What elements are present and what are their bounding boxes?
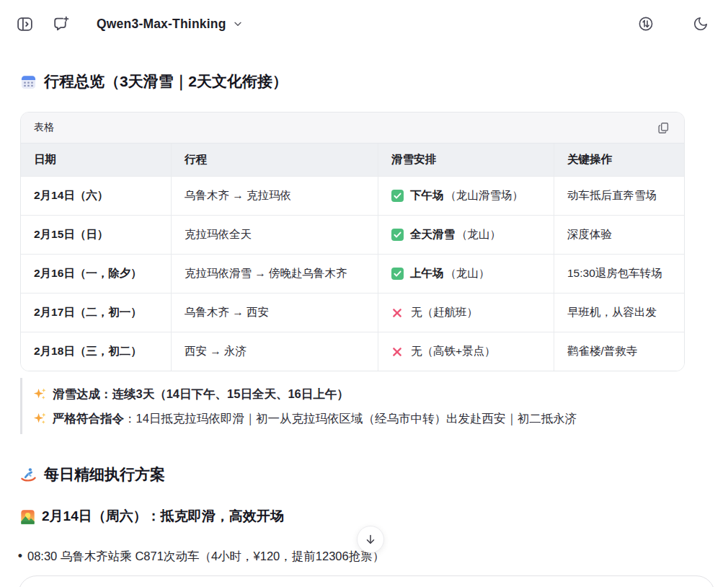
cell-action: 鹳雀楼/普救寺 <box>554 332 684 371</box>
cell-date: 2月16日（一，除夕） <box>21 255 171 293</box>
snowboarder-icon <box>20 467 37 483</box>
ski-session-label: 下午场 <box>410 188 444 203</box>
top-bar: Qwen3-Max-Thinking <box>0 0 728 48</box>
cell-date: 2月17日（二，初一） <box>21 294 171 332</box>
cell-plan: 乌鲁木齐 → 西安 <box>171 294 378 332</box>
chevron-down-icon <box>232 18 244 30</box>
daily-section-title-text: 每日精细执行方案 <box>44 464 165 485</box>
bullet-text: 08:30 乌鲁木齐站乘 C871次动车（4小时，¥120，提前12306抢票） <box>27 547 384 565</box>
note-line: 滑雪达成：连续3天（14日下午、15日全天、16日上午） <box>33 381 706 406</box>
day1-title-text: 2月14日（周六）：抵克即滑，高效开场 <box>42 507 284 526</box>
cross-icon <box>391 307 403 319</box>
cell-action: 深度体验 <box>554 216 684 254</box>
note-rest-text: ：14日抵克拉玛依即滑｜初一从克拉玛依区域（经乌市中转）出发赴西安｜初二抵永济 <box>124 412 577 425</box>
col-header-ski: 滑雪安排 <box>378 144 554 176</box>
ski-session-label: 全天滑雪 <box>410 227 455 242</box>
ski-session-label: 上午场 <box>410 266 444 281</box>
cell-ski: 上午场 （龙山） <box>378 255 554 293</box>
new-chat-icon <box>52 15 70 33</box>
ski-detail: （龙山） <box>445 266 490 281</box>
chat-input[interactable] <box>18 575 715 587</box>
calendar-icon <box>20 74 37 90</box>
cell-action: 动车抵后直奔雪场 <box>554 177 684 215</box>
cell-action: 15:30退房包车转场 <box>554 255 684 293</box>
copy-icon <box>657 121 670 135</box>
new-chat-button[interactable] <box>50 14 71 34</box>
check-icon <box>391 190 404 202</box>
cell-plan: 西安 → 永济 <box>171 332 378 371</box>
day1-title: 2月14日（周六）：抵克即滑，高效开场 <box>20 507 284 526</box>
daily-section-title: 每日精细执行方案 <box>20 464 165 485</box>
overview-title: 行程总览（3天滑雪｜2天文化衔接） <box>20 71 288 92</box>
model-name: Qwen3-Max-Thinking <box>97 17 226 32</box>
sort-messages-button[interactable] <box>636 14 656 34</box>
sparkles-icon <box>33 412 47 425</box>
scroll-to-bottom-button[interactable] <box>357 526 384 553</box>
ski-detail: （龙山滑雪场） <box>445 188 524 203</box>
cell-date: 2月15日（日） <box>21 216 171 254</box>
table-row: 2月16日（一，除夕） 克拉玛依滑雪 → 傍晚赴乌鲁木齐 上午场 （龙山） 15… <box>21 254 684 293</box>
dark-mode-toggle[interactable] <box>691 14 711 34</box>
overview-title-text: 行程总览（3天滑雪｜2天文化衔接） <box>44 71 288 92</box>
arrow-down-icon <box>364 533 377 546</box>
bullet-dot: • <box>13 547 27 565</box>
col-header-action: 关键操作 <box>554 144 684 176</box>
cell-ski: 无（赶航班） <box>378 294 554 332</box>
table-row: 2月15日（日） 克拉玛依全天 全天滑雪 （龙山） 深度体验 <box>21 215 684 254</box>
cell-ski: 下午场 （龙山滑雪场） <box>378 177 554 215</box>
table-toolbar: 表格 <box>21 112 684 143</box>
table-body: 2月14日（六） 乌鲁木齐 → 克拉玛依 下午场 （龙山滑雪场） 动车抵后直奔雪… <box>21 176 684 371</box>
cell-plan: 乌鲁木齐 → 克拉玛依 <box>171 177 378 215</box>
note-bold-text: 滑雪达成：连续3天（14日下午、15日全天、16日上午） <box>53 387 349 400</box>
ski-detail: （龙山） <box>456 227 501 242</box>
itinerary-table-card: 表格 日期 行程 滑雪安排 关键操作 2月14日（六） 乌鲁木齐 → 克拉玛依 <box>20 112 685 371</box>
cross-icon <box>391 346 403 358</box>
sunrise-icon <box>20 509 35 524</box>
model-selector[interactable]: Qwen3-Max-Thinking <box>97 17 244 32</box>
table-row: 2月17日（二，初一） 乌鲁木齐 → 西安 无（赶航班） 早班机，从容出发 <box>21 293 684 332</box>
sidebar-toggle-button[interactable] <box>14 14 35 34</box>
table-row: 2月18日（三，初二） 西安 → 永济 无（高铁+景点） 鹳雀楼/普救寺 <box>21 332 684 371</box>
sparkles-icon <box>33 387 47 401</box>
notes-blockquote: 滑雪达成：连续3天（14日下午、15日全天、16日上午） 严格符合指令：14日抵… <box>20 378 706 434</box>
cell-date: 2月14日（六） <box>21 177 171 215</box>
arrows-up-down-icon <box>637 15 654 32</box>
note-line: 严格符合指令：14日抵克拉玛依即滑｜初一从克拉玛依区域（经乌市中转）出发赴西安｜… <box>33 406 706 431</box>
sidebar-icon <box>16 15 34 33</box>
cell-date: 2月18日（三，初二） <box>21 332 171 371</box>
cell-ski: 无（高铁+景点） <box>378 332 554 371</box>
col-header-date: 日期 <box>21 144 171 176</box>
copy-table-button[interactable] <box>654 118 672 137</box>
check-icon <box>391 229 404 241</box>
table-header-row: 日期 行程 滑雪安排 关键操作 <box>21 143 684 176</box>
check-icon <box>391 268 404 280</box>
cell-plan: 克拉玛依全天 <box>171 216 378 254</box>
cell-ski: 全天滑雪 （龙山） <box>378 216 554 254</box>
moon-icon <box>693 16 709 32</box>
table-row: 2月14日（六） 乌鲁木齐 → 克拉玛依 下午场 （龙山滑雪场） 动车抵后直奔雪… <box>21 176 684 215</box>
note-bold-text: 严格符合指令 <box>53 412 124 425</box>
cell-plan: 克拉玛依滑雪 → 傍晚赴乌鲁木齐 <box>171 255 378 293</box>
table-toolbar-label: 表格 <box>34 121 54 134</box>
col-header-plan: 行程 <box>171 144 378 176</box>
ski-detail: 无（高铁+景点） <box>411 344 496 359</box>
cell-action: 早班机，从容出发 <box>554 294 684 332</box>
ski-detail: 无（赶航班） <box>411 305 478 320</box>
